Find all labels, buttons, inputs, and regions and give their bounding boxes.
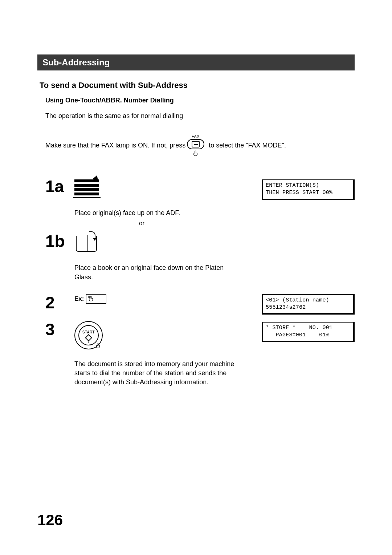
- adf-icon: [74, 178, 114, 198]
- lcd-display-1a: ENTER STATION(S) THEN PRESS START 00%: [262, 179, 355, 200]
- press-hand-icon: [192, 150, 199, 158]
- lcd-text-1a: ENTER STATION(S) THEN PRESS START 00%: [262, 179, 355, 200]
- step-number-1b: 1b: [45, 233, 74, 250]
- ex-label-text: Ex:: [74, 295, 84, 303]
- intro-text: The operation is the same as for normal …: [45, 112, 355, 121]
- step-1b: 1b: [45, 233, 355, 253]
- start-button-label: START: [82, 330, 95, 334]
- subheading: Using One-Touch/ABBR. Number Dialling: [45, 97, 355, 104]
- ex-label: Ex: 01: [74, 294, 106, 304]
- section-title: Sub-Addressing: [42, 57, 110, 67]
- lcd-text-3: * STORE * NO. 001 PAGES=001 01%: [262, 322, 355, 343]
- step-1a-caption: Place original(s) face up on the ADF.: [74, 208, 249, 218]
- fax-button-icon: [187, 139, 204, 149]
- section-title-bar: Sub-Addressing: [37, 54, 355, 70]
- step-number-3: 3: [45, 321, 74, 338]
- lcd-display-2: <01> (Station name) 5551234s2762: [262, 294, 355, 315]
- step-1a: 1a ENTER STATION(S) THEN PRESS START 00%: [45, 178, 355, 198]
- heading: To send a Document with Sub-Address: [40, 81, 355, 90]
- platen-book-icon: [74, 233, 114, 253]
- or-text: or: [139, 220, 355, 227]
- fax-mode-button-icon: FAX: [187, 134, 204, 158]
- step-number-1a: 1a: [45, 178, 74, 195]
- step-2: 2 Ex: 01 <01> (Station name) 5551234s276…: [45, 294, 355, 311]
- make-sure-left: Make sure that the FAX lamp is ON. If no…: [45, 134, 185, 149]
- make-sure-line: Make sure that the FAX lamp is ON. If no…: [45, 134, 355, 158]
- start-button-icon: START: [74, 321, 114, 349]
- lcd-display-3: * STORE * NO. 001 PAGES=001 01%: [262, 322, 355, 343]
- press-hand-icon: [95, 342, 101, 350]
- make-sure-right: to select the "FAX MODE".: [206, 134, 286, 149]
- one-touch-key-icon: 01: [86, 294, 106, 304]
- step-1b-caption: Place a book or an original face down on…: [74, 263, 234, 281]
- step-3: 3 START * STORE * NO. 001 PAGES=001 01%: [45, 321, 355, 349]
- page-number: 126: [37, 511, 63, 529]
- step-3-caption: The document is stored into memory and y…: [74, 360, 249, 387]
- press-hand-icon: [88, 295, 107, 305]
- fax-icon-label: FAX: [192, 134, 200, 138]
- step-number-2: 2: [45, 294, 74, 311]
- lcd-text-2: <01> (Station name) 5551234s2762: [262, 294, 355, 315]
